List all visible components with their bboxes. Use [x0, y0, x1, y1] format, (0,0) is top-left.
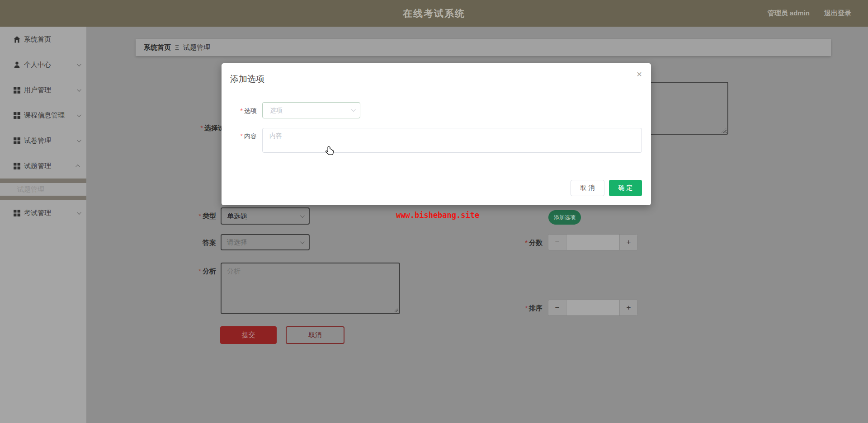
sidebar: 系统首页 个人中心 用户管理 课程信息管理 试卷管理 试题管理 试题管理 考试管…: [0, 27, 86, 423]
close-icon[interactable]: ×: [637, 70, 642, 79]
sidebar-item-label: 系统首页: [24, 35, 80, 44]
score-label: *分数: [497, 239, 542, 247]
add-option-dialog: 添加选项 × *选项 *内容 取 消 确 定: [222, 63, 651, 205]
chevron-down-icon: [300, 240, 305, 244]
sidebar-item-label: 课程信息管理: [24, 111, 77, 120]
sidebar-item-exams[interactable]: 考试管理: [0, 200, 86, 226]
score-stepper: − +: [548, 234, 638, 250]
sidebar-item-courses[interactable]: 课程信息管理: [0, 103, 86, 128]
breadcrumb-separator-icon: Ξ: [175, 44, 179, 51]
dialog-cancel-button[interactable]: 取 消: [571, 180, 604, 196]
home-icon: [13, 36, 21, 43]
sidebar-item-label: 个人中心: [24, 61, 77, 69]
option-select-input[interactable]: [262, 102, 360, 118]
chevron-down-icon: [77, 138, 81, 142]
sidebar-item-home[interactable]: 系统首页: [0, 27, 86, 52]
option-select[interactable]: [262, 102, 360, 118]
analysis-label: *分析: [171, 267, 216, 276]
app-title: 在线考试系统: [0, 0, 868, 27]
answer-label: 答案: [171, 239, 216, 247]
select-paper-label: *选择试卷: [141, 124, 231, 132]
dialog-confirm-button[interactable]: 确 定: [609, 180, 642, 196]
grid-icon: [13, 162, 21, 170]
decrement-button[interactable]: −: [548, 235, 566, 250]
watermark-text: www.bishebang.site: [396, 211, 479, 220]
cancel-button[interactable]: 取消: [286, 326, 344, 344]
breadcrumb-current: 试题管理: [183, 43, 210, 52]
resize-grip-icon[interactable]: [722, 128, 726, 133]
submenu-divider: [0, 196, 86, 200]
analysis-textarea[interactable]: 分析: [221, 263, 400, 314]
chevron-down-icon: [77, 210, 81, 215]
chevron-down-icon: [77, 62, 81, 66]
resize-grip-icon[interactable]: [393, 307, 398, 312]
sidebar-subitem-questions[interactable]: 试题管理: [0, 183, 86, 196]
grid-icon: [13, 112, 21, 119]
order-input[interactable]: [566, 300, 619, 315]
submit-button[interactable]: 提交: [220, 326, 277, 344]
mouse-cursor-icon: [324, 146, 336, 157]
option-label: *选项: [222, 107, 257, 115]
sidebar-item-papers[interactable]: 试卷管理: [0, 128, 86, 153]
type-label: *类型: [171, 212, 216, 221]
breadcrumb-home[interactable]: 系统首页: [144, 43, 171, 52]
sidebar-item-label: 试卷管理: [24, 136, 77, 145]
chevron-down-icon: [300, 213, 305, 218]
increment-button[interactable]: +: [619, 235, 637, 250]
order-label: *排序: [497, 304, 542, 313]
content-textarea[interactable]: [262, 128, 642, 153]
content-label: *内容: [222, 132, 257, 141]
logout-link[interactable]: 退出登录: [824, 9, 851, 18]
type-select[interactable]: 单选题: [221, 207, 310, 225]
grid-icon: [13, 209, 21, 217]
grid-icon: [13, 137, 21, 145]
answer-select[interactable]: 请选择: [221, 234, 310, 250]
chevron-down-icon: [77, 113, 81, 117]
increment-button[interactable]: +: [619, 300, 637, 315]
sidebar-item-label: 用户管理: [24, 86, 77, 94]
question-content-textarea[interactable]: [644, 82, 728, 135]
add-option-button[interactable]: 添加选项: [548, 210, 581, 225]
sidebar-item-profile[interactable]: 个人中心: [0, 52, 86, 77]
app-header: 在线考试系统 管理员 admin 退出登录: [0, 0, 868, 27]
sidebar-item-questions[interactable]: 试题管理: [0, 153, 86, 179]
breadcrumb: 系统首页 Ξ 试题管理: [136, 39, 831, 56]
admin-user-label: 管理员 admin: [768, 9, 810, 18]
score-input[interactable]: [566, 235, 619, 250]
chevron-down-icon: [77, 87, 81, 92]
submenu-divider: [0, 179, 86, 183]
sidebar-subitem-label: 试题管理: [17, 185, 44, 194]
sidebar-item-users[interactable]: 用户管理: [0, 77, 86, 103]
sidebar-item-label: 考试管理: [24, 209, 77, 217]
sidebar-item-label: 试题管理: [24, 162, 77, 170]
user-icon: [13, 61, 21, 69]
order-stepper: − +: [548, 300, 638, 316]
dialog-title: 添加选项: [230, 73, 264, 85]
grid-icon: [13, 86, 21, 94]
decrement-button[interactable]: −: [548, 300, 566, 315]
